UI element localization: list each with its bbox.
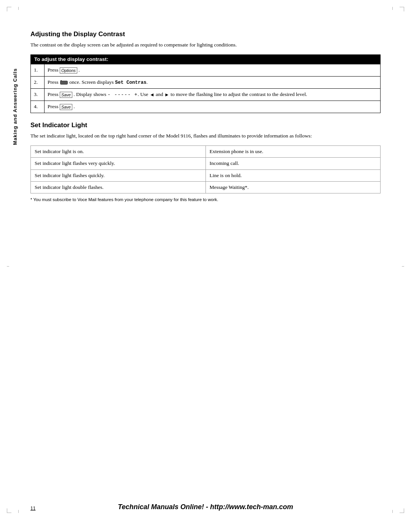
corner-mark-tr <box>400 7 404 11</box>
tick-right-mid <box>402 266 404 267</box>
step-1-content: Press Options . <box>45 64 381 76</box>
side-tab-text: Making and Answering Calls <box>12 68 18 145</box>
content-area: Adjusting the Display Contrast The contr… <box>30 23 381 202</box>
page: Making and Answering Calls Adjusting the… <box>0 0 411 532</box>
phone-icon <box>60 80 68 85</box>
options-button: Options <box>60 67 77 73</box>
save-button-sym: Save <box>60 92 72 98</box>
screen-display-text: Set Contras <box>115 80 147 85</box>
section1-title: Adjusting the Display Contrast <box>30 30 381 38</box>
indicator-row-2-left: Set indicator light flashes very quickly… <box>31 158 206 169</box>
indicator-row-3: Set indicator light flashes quickly. Lin… <box>31 169 381 181</box>
contrast-box-header: To adjust the display contrast: <box>30 54 381 64</box>
save-button-sym-2: Save <box>60 104 72 110</box>
page-number: 11 <box>30 506 35 511</box>
indicator-table: Set indicator light is on. Extension pho… <box>30 145 381 193</box>
indicator-row-2: Set indicator light flashes very quickly… <box>31 158 381 169</box>
tick-top-left <box>18 7 19 10</box>
indicator-row-4: Set indicator light double flashes. Mess… <box>31 181 381 193</box>
indicator-row-3-right: Line is on hold. <box>206 169 381 181</box>
step-4-content: Press Save . <box>45 101 381 113</box>
footer-text: Technical Manuals Online! - http://www.t… <box>118 503 293 511</box>
indicator-row-1-left: Set indicator light is on. <box>31 146 206 158</box>
indicator-row-4-left: Set indicator light double flashes. <box>31 181 206 193</box>
section2-title: Set Indicator Light <box>30 121 381 129</box>
step-2: 2. Press once. Screen displays Set Contr… <box>31 76 381 88</box>
svg-rect-1 <box>61 81 67 84</box>
step-3-content: Press Save . Display shows - ----- +. Us… <box>45 89 381 101</box>
section1-body: The contrast on the display screen can b… <box>30 41 381 49</box>
steps-table: 1. Press Options . 2. Press <box>30 64 381 113</box>
arrow-left-icon: ◄ <box>150 92 155 97</box>
step-1: 1. Press Options . <box>31 64 381 76</box>
step-2-content: Press once. Screen displays Set Contras. <box>45 76 381 88</box>
step-1-num: 1. <box>31 64 45 76</box>
indicator-row-2-right: Incoming call. <box>206 158 381 169</box>
footer: Technical Manuals Online! - http://www.t… <box>0 503 411 511</box>
section2-body: The set indicator light, located on the … <box>30 132 381 140</box>
dash-display: - ----- + <box>108 92 138 97</box>
step-4: 4. Press Save . <box>31 101 381 113</box>
side-tab: Making and Answering Calls <box>11 46 19 168</box>
section-indicator-light: Set Indicator Light The set indicator li… <box>30 121 381 202</box>
indicator-row-1: Set indicator light is on. Extension pho… <box>31 146 381 158</box>
footnote: * You must subscribe to Voce Mail featur… <box>30 197 381 202</box>
tick-left-mid <box>7 266 9 267</box>
tick-top-right <box>392 7 393 10</box>
corner-mark-tl <box>7 7 11 11</box>
indicator-row-3-left: Set indicator light flashes quickly. <box>31 169 206 181</box>
indicator-row-4-right: Message Waiting*. <box>206 181 381 193</box>
step-3: 3. Press Save . Display shows - ----- +.… <box>31 89 381 101</box>
step-2-num: 2. <box>31 76 45 88</box>
step-3-num: 3. <box>31 89 45 101</box>
step-4-num: 4. <box>31 101 45 113</box>
arrow-right-icon: ► <box>164 92 169 97</box>
indicator-row-1-right: Extension phone is in use. <box>206 146 381 158</box>
section-display-contrast: Adjusting the Display Contrast The contr… <box>30 30 381 113</box>
